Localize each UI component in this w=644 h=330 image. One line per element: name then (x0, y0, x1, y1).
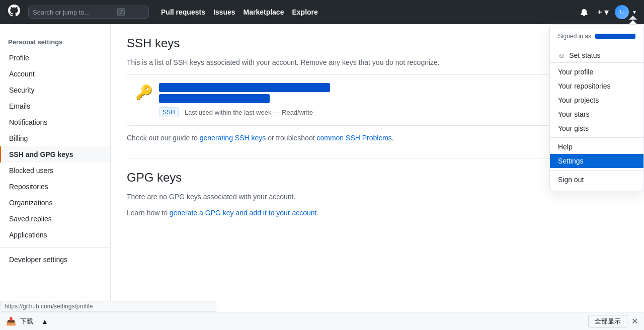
dropdown-your-repos[interactable]: Your repositories (550, 79, 643, 93)
dropdown-your-stars[interactable]: Your stars (550, 107, 643, 121)
ssh-problems-link[interactable]: common SSH Problems (316, 134, 391, 142)
dropdown-username (595, 34, 635, 39)
avatar-image: U (620, 10, 623, 15)
search-box[interactable]: / (28, 6, 149, 19)
gpg-learn-link[interactable]: generate a GPG key and add it to your ac… (170, 209, 317, 217)
sidebar-item-account[interactable]: Account (0, 66, 110, 82)
help-end: . (392, 134, 394, 142)
generating-ssh-keys-link[interactable]: generating SSH keys (200, 134, 266, 142)
dropdown-header: Signed in as (550, 29, 643, 44)
sidebar-item-repositories[interactable]: Repositories (0, 179, 110, 195)
url-text: https://github.com/settings/profile (5, 303, 93, 310)
status-bar-url: https://github.com/settings/profile (0, 301, 216, 312)
avatar-chevron-icon[interactable]: ▾ (633, 9, 636, 16)
sidebar: Personal settings Profile Account Securi… (0, 24, 111, 330)
key-last-used: Last used within the last week (185, 109, 272, 116)
sidebar-heading: Personal settings (0, 36, 110, 50)
topnav: / Pull requests Issues Marketplace Explo… (0, 0, 644, 24)
dropdown-menu-container: Signed in as ☺ Set status Your profile Y… (549, 24, 644, 191)
full-display-button[interactable]: 全部显示 (588, 315, 627, 328)
sidebar-item-blocked[interactable]: Blocked users (0, 162, 110, 179)
plus-icon[interactable]: ▾ (594, 5, 611, 20)
pull-requests-link[interactable]: Pull requests (161, 8, 205, 16)
dropdown-settings[interactable]: Settings (550, 154, 643, 168)
user-dropdown-menu: Signed in as ☺ Set status Your profile Y… (549, 24, 644, 191)
ssh-section-title: SSH keys (127, 36, 180, 50)
gpg-learn-prefix: Learn how to (127, 209, 170, 217)
dropdown-divider-2 (550, 170, 643, 171)
search-input[interactable] (33, 9, 113, 16)
bottom-bar-right: 全部显示 ✕ (588, 315, 638, 328)
explore-link[interactable]: Explore (292, 8, 317, 16)
search-slash-hint: / (117, 8, 125, 16)
user-avatar[interactable]: U (615, 5, 629, 19)
topnav-links: Pull requests Issues Marketplace Explore (161, 8, 318, 16)
sidebar-item-applications[interactable]: Applications (0, 227, 110, 243)
gpg-section-title: GPG keys (127, 171, 182, 185)
set-status-label: Set status (569, 51, 600, 59)
sidebar-item-security[interactable]: Security (0, 82, 110, 98)
github-logo-icon[interactable] (8, 5, 20, 20)
bottom-bar-close-icon[interactable]: ✕ (631, 316, 638, 326)
dropdown-your-gists[interactable]: Your gists (550, 121, 643, 135)
sidebar-item-saved-replies[interactable]: Saved replies (0, 211, 110, 227)
gpg-learn-text: Learn how to generate a GPG key and add … (127, 209, 628, 217)
download-label: 下载 (20, 317, 33, 326)
notifications-icon[interactable] (578, 6, 590, 18)
page-layout: Personal settings Profile Account Securi… (0, 24, 644, 330)
key-access: — Read/write (273, 109, 313, 116)
gpg-learn-end: . (316, 209, 318, 217)
key-fingerprint-redacted (159, 94, 270, 103)
dropdown-divider-1 (550, 137, 643, 138)
sidebar-item-organizations[interactable]: Organizations (0, 195, 110, 211)
dropdown-your-profile[interactable]: Your profile (550, 65, 643, 79)
dropdown-caret (629, 20, 637, 24)
gpg-empty-message: There are no GPG keys associated with yo… (127, 193, 628, 201)
sidebar-divider (0, 247, 110, 248)
sidebar-item-ssh-gpg[interactable]: SSH and GPG keys (0, 146, 110, 162)
sidebar-item-billing[interactable]: Billing (0, 130, 110, 146)
help-middle: or troubleshoot (266, 134, 316, 142)
expand-button[interactable]: ▲ (41, 317, 48, 325)
key-name-redacted (159, 83, 330, 92)
dropdown-help[interactable]: Help (550, 140, 643, 154)
sidebar-item-developer[interactable]: Developer settings (0, 252, 110, 268)
dropdown-your-projects[interactable]: Your projects (550, 93, 643, 107)
dropdown-signout[interactable]: Sign out (550, 173, 643, 187)
key-icon: 🔑 (135, 84, 153, 101)
sidebar-item-notifications[interactable]: Notifications (0, 114, 110, 130)
marketplace-link[interactable]: Marketplace (244, 8, 284, 16)
topnav-right: ▾ U ▾ (578, 5, 636, 20)
key-info: SSH Last used within the last week — Rea… (159, 83, 582, 117)
signed-in-label: Signed in as (558, 33, 591, 40)
sidebar-item-profile[interactable]: Profile (0, 50, 110, 66)
set-status-row[interactable]: ☺ Set status (550, 48, 643, 63)
help-prefix: Check out our guide to (127, 134, 200, 142)
smiley-icon: ☺ (558, 51, 565, 59)
sidebar-item-emails[interactable]: Emails (0, 98, 110, 114)
issues-link[interactable]: Issues (213, 8, 235, 16)
plus-chevron-icon: ▾ (604, 7, 609, 18)
download-icon: 📥 (6, 316, 16, 326)
key-type-label: SSH (159, 107, 179, 117)
expand-icon: ▲ (41, 317, 48, 325)
bottom-bar: 📥 下载 ▲ 全部显示 ✕ (0, 312, 644, 330)
